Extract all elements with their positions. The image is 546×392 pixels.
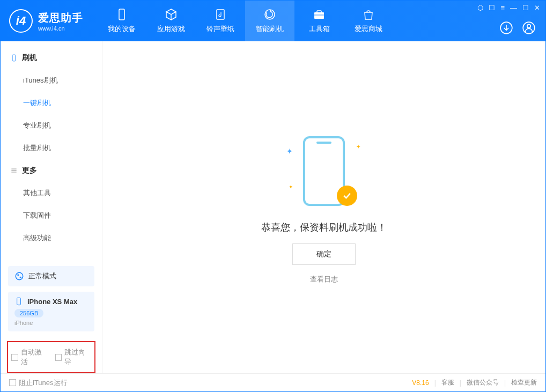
music-icon bbox=[214, 8, 227, 21]
footer-link-support[interactable]: 客服 bbox=[441, 378, 454, 387]
download-icon[interactable] bbox=[499, 21, 513, 35]
sidebar-group-label: 更多 bbox=[22, 166, 37, 175]
success-message: 恭喜您，保资料刷机成功啦！ bbox=[261, 221, 387, 234]
cube-icon bbox=[165, 8, 178, 21]
footer-right: V8.16 | 客服 | 微信公众号 | 检查更新 bbox=[412, 378, 537, 387]
feedback-icon[interactable]: ☐ bbox=[489, 4, 495, 12]
checkbox-label: 阻止iTunes运行 bbox=[19, 378, 68, 388]
device-type: iPhone bbox=[14, 320, 88, 326]
nav-tabs: 我的设备 应用游戏 铃声壁纸 智能刷机 工具箱 爱思商城 bbox=[97, 1, 393, 41]
sidebar-item-itunes-flash[interactable]: iTunes刷机 bbox=[1, 69, 102, 92]
svg-rect-9 bbox=[12, 55, 16, 61]
device-icon bbox=[115, 8, 128, 21]
logo-area: i4 爱思助手 www.i4.cn bbox=[1, 9, 92, 33]
sidebar-group-more[interactable]: 更多 bbox=[1, 159, 102, 182]
app-subtitle: www.i4.cn bbox=[38, 25, 83, 32]
minimize-button[interactable]: — bbox=[510, 4, 517, 12]
nav-tab-label: 应用游戏 bbox=[157, 24, 185, 34]
sidebar-item-oneclick-flash[interactable]: 一键刷机 bbox=[1, 92, 102, 114]
app-window: i4 爱思助手 www.i4.cn 我的设备 应用游戏 铃声壁纸 智能刷机 bbox=[0, 0, 546, 392]
sidebar-nav: 刷机 iTunes刷机 一键刷机 专业刷机 批量刷机 更多 其他工具 下载固件 … bbox=[1, 41, 102, 261]
logo-icon: i4 bbox=[9, 9, 33, 33]
nav-tab-label: 工具箱 bbox=[309, 24, 330, 34]
footer: 阻止iTunes运行 V8.16 | 客服 | 微信公众号 | 检查更新 bbox=[1, 373, 545, 391]
checkbox-skip-guide[interactable]: 跳过向导 bbox=[55, 347, 92, 367]
close-button[interactable]: ✕ bbox=[534, 4, 540, 12]
svg-point-14 bbox=[17, 274, 19, 276]
nav-tab-device[interactable]: 我的设备 bbox=[97, 1, 146, 41]
phone-icon bbox=[10, 54, 18, 62]
device-card[interactable]: iPhone XS Max 256GB iPhone bbox=[8, 292, 94, 331]
svg-rect-1 bbox=[217, 10, 224, 19]
checkbox-icon bbox=[55, 354, 62, 361]
svg-point-13 bbox=[16, 272, 23, 280]
mode-label: 正常模式 bbox=[28, 271, 56, 281]
svg-point-15 bbox=[20, 277, 21, 278]
footer-left: 阻止iTunes运行 bbox=[9, 378, 68, 388]
view-log-link[interactable]: 查看日志 bbox=[310, 275, 338, 284]
sidebar-item-download-firmware[interactable]: 下载固件 bbox=[1, 204, 102, 227]
toolbox-icon bbox=[313, 8, 326, 21]
menu-icon[interactable]: ≡ bbox=[500, 4, 505, 12]
device-icon bbox=[14, 297, 23, 306]
app-title: 爱思助手 bbox=[38, 11, 83, 25]
device-name-row: iPhone XS Max bbox=[14, 297, 88, 306]
nav-tab-apps[interactable]: 应用游戏 bbox=[146, 1, 196, 41]
footer-link-wechat[interactable]: 微信公众号 bbox=[467, 378, 499, 387]
nav-tab-toolbox[interactable]: 工具箱 bbox=[294, 1, 344, 41]
svg-rect-3 bbox=[314, 12, 324, 19]
nav-tab-store[interactable]: 爱思商城 bbox=[344, 1, 393, 41]
sparkle-icon: ✦ bbox=[286, 147, 293, 156]
confirm-button[interactable]: 确定 bbox=[292, 243, 356, 265]
svg-rect-0 bbox=[119, 9, 124, 20]
flash-options-highlighted: 自动激活 跳过向导 bbox=[7, 341, 95, 373]
refresh-icon bbox=[263, 8, 276, 21]
svg-rect-4 bbox=[317, 11, 321, 13]
sidebar-item-other-tools[interactable]: 其他工具 bbox=[1, 182, 102, 204]
header: i4 爱思助手 www.i4.cn 我的设备 应用游戏 铃声壁纸 智能刷机 bbox=[1, 1, 545, 41]
version-label: V8.16 bbox=[412, 379, 429, 387]
bag-icon bbox=[362, 8, 375, 21]
sidebar-group-flash[interactable]: 刷机 bbox=[1, 47, 102, 69]
checkbox-icon bbox=[9, 379, 16, 386]
nav-tab-ringtones[interactable]: 铃声壁纸 bbox=[196, 1, 245, 41]
success-graphic: ✦ ✦ ✦ bbox=[286, 131, 361, 211]
checkbox-block-itunes[interactable]: 阻止iTunes运行 bbox=[9, 378, 68, 388]
checkbox-label: 自动激活 bbox=[21, 347, 48, 367]
sidebar-item-advanced[interactable]: 高级功能 bbox=[1, 227, 102, 249]
sidebar-item-batch-flash[interactable]: 批量刷机 bbox=[1, 137, 102, 159]
sparkle-icon: ✦ bbox=[356, 144, 360, 150]
checkbox-label: 跳过向导 bbox=[64, 347, 91, 367]
check-badge-icon bbox=[337, 186, 357, 206]
nav-tab-label: 铃声壁纸 bbox=[206, 24, 234, 34]
mode-icon bbox=[14, 271, 24, 281]
footer-link-update[interactable]: 检查更新 bbox=[511, 378, 537, 387]
logo-text: 爱思助手 www.i4.cn bbox=[38, 11, 83, 32]
header-actions bbox=[499, 21, 536, 35]
svg-point-8 bbox=[527, 25, 531, 28]
menu-icon bbox=[10, 167, 18, 174]
mode-card[interactable]: 正常模式 bbox=[8, 266, 94, 286]
sidebar: 刷机 iTunes刷机 一键刷机 专业刷机 批量刷机 更多 其他工具 下载固件 … bbox=[1, 41, 102, 373]
svg-rect-16 bbox=[17, 298, 21, 305]
sidebar-group-label: 刷机 bbox=[22, 53, 37, 63]
user-icon[interactable] bbox=[522, 21, 536, 35]
nav-tab-label: 爱思商城 bbox=[355, 24, 382, 34]
storage-badge: 256GB bbox=[14, 309, 43, 317]
nav-tab-flash[interactable]: 智能刷机 bbox=[245, 1, 294, 41]
body: 刷机 iTunes刷机 一键刷机 专业刷机 批量刷机 更多 其他工具 下载固件 … bbox=[1, 41, 545, 373]
sidebar-item-pro-flash[interactable]: 专业刷机 bbox=[1, 114, 102, 137]
shirt-icon[interactable]: ⬡ bbox=[477, 4, 483, 12]
device-name: iPhone XS Max bbox=[27, 298, 77, 306]
main-content: ✦ ✦ ✦ 恭喜您，保资料刷机成功啦！ 确定 查看日志 bbox=[102, 41, 545, 373]
maximize-button[interactable]: ☐ bbox=[522, 4, 529, 12]
checkbox-icon bbox=[11, 354, 18, 361]
nav-tab-label: 我的设备 bbox=[108, 24, 136, 34]
nav-tab-label: 智能刷机 bbox=[256, 24, 284, 34]
window-controls: ⬡ ☐ ≡ — ☐ ✕ bbox=[477, 4, 540, 12]
sparkle-icon: ✦ bbox=[289, 184, 293, 190]
checkbox-auto-activate[interactable]: 自动激活 bbox=[11, 347, 48, 367]
device-panel: 正常模式 iPhone XS Max 256GB iPhone bbox=[1, 261, 102, 337]
